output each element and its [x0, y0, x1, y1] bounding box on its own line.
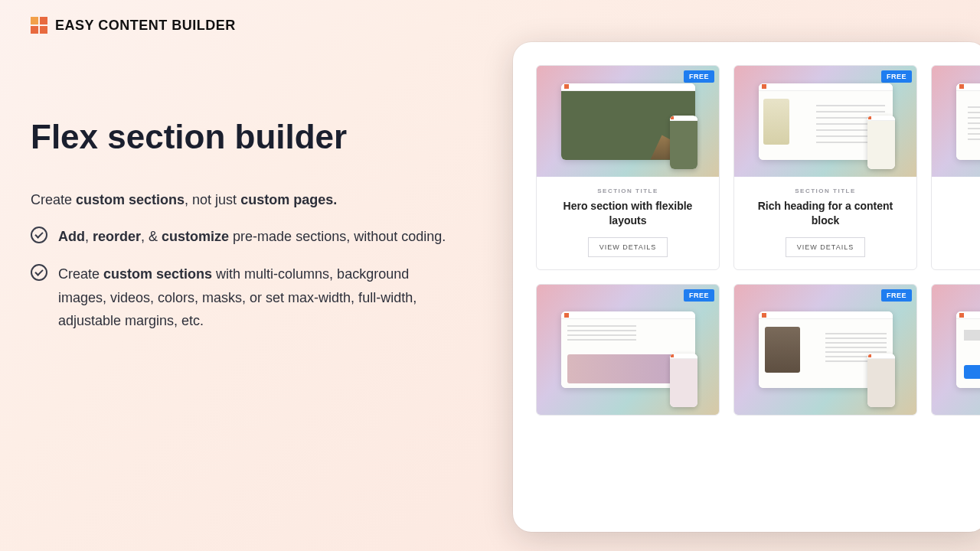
logo-icon — [31, 17, 47, 34]
card-title: Hero section with flexible layouts — [546, 199, 710, 228]
card-eyebrow: SECTION TITLE — [546, 187, 710, 194]
free-badge: FREE — [684, 70, 714, 83]
template-card[interactable]: FREE SECTION TITLE Rich heading for a co… — [733, 65, 917, 270]
template-card[interactable]: FREE SECTION TITLE Hero section with fle… — [536, 65, 720, 270]
check-icon — [31, 264, 47, 281]
card-thumbnail: FREE — [932, 285, 980, 415]
card-title: Te — [941, 199, 980, 228]
card-thumbnail: FREE — [734, 66, 916, 177]
template-card[interactable]: FREE — [733, 284, 917, 416]
card-eyebrow: SECTION TITLE — [941, 187, 980, 194]
lead-text: Create custom sections, not just custom … — [31, 192, 459, 208]
page-title: Flex section builder — [31, 119, 459, 155]
view-details-button[interactable]: VIEW DETAILS — [786, 237, 865, 257]
card-thumbnail: FREE — [537, 285, 719, 415]
card-thumbnail: FREE — [734, 285, 916, 415]
check-icon — [31, 227, 47, 243]
card-thumbnail: FREE — [537, 66, 719, 177]
brand-logo: EASY CONTENT BUILDER — [31, 17, 236, 34]
templates-panel: FREE SECTION TITLE Hero section with fle… — [513, 42, 980, 532]
template-card[interactable]: FREE — [536, 284, 720, 416]
view-details-button[interactable]: VIEW DETAILS — [588, 237, 668, 257]
free-badge: FREE — [684, 289, 714, 302]
free-badge: FREE — [881, 289, 912, 302]
bullet-item: Add, reorder, & customize pre-made secti… — [31, 225, 459, 249]
card-title: Rich heading for a content block — [743, 199, 907, 228]
template-card[interactable]: FREE SECTION TITLE Te VIEW DETAILS — [931, 65, 980, 270]
free-badge: FREE — [881, 70, 912, 83]
bullet-item: Create custom sections with multi-column… — [31, 262, 459, 333]
template-card[interactable]: FREE — [931, 284, 980, 416]
card-eyebrow: SECTION TITLE — [743, 187, 907, 194]
card-thumbnail: FREE — [932, 66, 980, 177]
brand-name: EASY CONTENT BUILDER — [55, 18, 236, 34]
hero-copy: Flex section builder Create custom secti… — [31, 119, 459, 347]
